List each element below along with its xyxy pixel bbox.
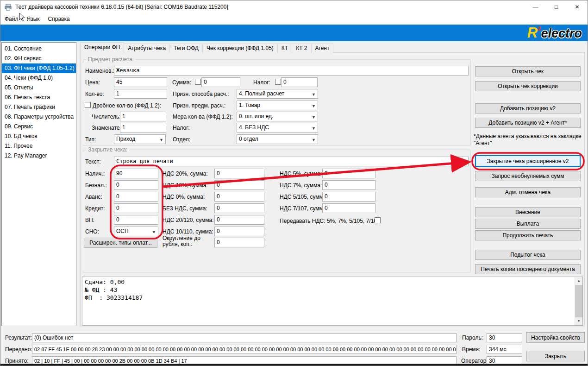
advance-field[interactable]: 0	[114, 192, 158, 202]
sno-value: ОСН	[116, 228, 129, 234]
sidebar-item-checks[interactable]: 04. Чеки (ФФД 1.0)	[2, 73, 76, 83]
scroll-up-icon[interactable]: ▲	[575, 277, 582, 285]
rounding-field[interactable]: 0	[214, 238, 264, 247]
sidebar-item-pay-manager[interactable]: 12. Pay Manager	[2, 151, 76, 161]
qty-field[interactable]: 1	[114, 89, 167, 99]
dept-label: Отдел:	[173, 136, 190, 143]
output-line-fd: № ФД : 43	[85, 286, 580, 294]
subtotal-button[interactable]: Подытог чека	[475, 250, 581, 260]
numerator-label: Числитель:	[92, 114, 121, 120]
type-select[interactable]: Приход▼	[114, 134, 166, 144]
request-sums-button[interactable]: Запрос необнуляемых сумм	[475, 171, 581, 181]
deposit-button[interactable]: Внесение	[475, 207, 581, 217]
measure-select[interactable]: 0. шт. или ед.▼	[237, 112, 318, 121]
type-value: Приход	[116, 136, 135, 142]
sidebar-item-fn-service[interactable]: 02. ФН сервис	[2, 54, 76, 63]
output-scrollbar[interactable]: ▲ ▼	[575, 277, 582, 325]
credit-field[interactable]: 0	[114, 203, 158, 213]
vat0-label: НДС 0%, сумма:	[163, 194, 205, 200]
pay-method-select[interactable]: 4. Полный расчет▼	[237, 89, 318, 99]
print-copy-button[interactable]: Печать копии последнего документа	[475, 264, 581, 274]
password-field[interactable]: 30	[487, 333, 522, 342]
item-sign-select[interactable]: 1. Товар▼	[237, 101, 318, 110]
sidebar-item-service[interactable]: 09. Сервис	[2, 122, 76, 132]
maximize-button[interactable]: □	[546, 0, 567, 13]
vat20-120-field[interactable]: 0	[214, 215, 264, 225]
continue-print-button[interactable]: Продолжить печать	[475, 230, 581, 240]
minimize-button[interactable]: —	[525, 0, 546, 13]
tab-kt[interactable]: КТ	[277, 44, 292, 53]
cash-field[interactable]: 90	[114, 169, 158, 178]
vat7-107-field[interactable]: 0	[322, 203, 375, 213]
tab-ofd-tags[interactable]: Теги ОФД	[169, 44, 203, 53]
tab-check-attributes[interactable]: Атрибуты чека	[124, 44, 170, 53]
tab-kt2[interactable]: КТ 2	[292, 44, 311, 53]
sidebar-item-print-text[interactable]: 06. Печать текста	[2, 93, 76, 102]
sno-select[interactable]: ОСН▼	[114, 227, 158, 236]
sidebar-item-status[interactable]: 01. Состояние	[2, 44, 76, 54]
vat20-field[interactable]: 0	[214, 169, 264, 178]
tab-fn-operations[interactable]: Операции ФН	[80, 42, 124, 53]
sidebar-item-reports[interactable]: 05. Отчеты	[2, 83, 76, 93]
sent-field[interactable]: 02 87 FF 45 1E 00 00 00 28 23 00 00 00 0…	[32, 345, 457, 354]
chevron-down-icon: ▼	[312, 91, 316, 98]
open-correction-button[interactable]: Открыть чек коррекции	[475, 81, 581, 91]
vat5-field[interactable]: 0	[322, 169, 375, 178]
menu-help[interactable]: Справка	[44, 13, 74, 25]
sidebar-item-fn-checks[interactable]: 03. ФН чеки (ФФД 1.05-1.2)	[2, 63, 76, 73]
denominator-field[interactable]: 1	[120, 123, 166, 133]
settings-button[interactable]: Настройка свойств	[526, 332, 585, 343]
cashless-label: Безнал.:	[85, 182, 107, 189]
sidebar-item-db-checks[interactable]: 10. БД чеков	[2, 132, 76, 141]
menu-language[interactable]: Язык	[23, 13, 44, 25]
tax-select[interactable]: 4. БЕЗ НДС▼	[237, 123, 318, 133]
sum-field[interactable]: 0	[201, 77, 240, 87]
output-log[interactable]: Сдача: 0,00 № ФД : 43 ФП : 3023314187 ▲ …	[82, 277, 583, 326]
close-icon: ✕	[575, 4, 579, 10]
close-check-extended-v2-button[interactable]: Закрытие чека расширенное v2	[475, 155, 581, 167]
vat10-field[interactable]: 0	[214, 180, 264, 190]
admin-cancel-button[interactable]: Адм. отмена чека	[475, 187, 581, 197]
vat5-105-field[interactable]: 0	[322, 192, 375, 202]
vat-none-field[interactable]: 0	[214, 203, 264, 213]
sidebar-item-other[interactable]: 11. Прочее	[2, 141, 76, 151]
price-field[interactable]: 45	[114, 77, 167, 87]
cashless-field[interactable]: 0	[114, 180, 158, 190]
time-field[interactable]: 344 мс	[487, 345, 522, 354]
vat10-110-field[interactable]: 0	[214, 227, 264, 236]
tab-agent[interactable]: Агент	[311, 44, 334, 53]
result-label: Результат:	[5, 334, 32, 341]
add-position-v2-button[interactable]: Добавить позицию v2	[475, 103, 581, 114]
add-position-v2-agent-button[interactable]: Добавить позицию v2 + Агент*	[475, 118, 581, 128]
vp-field[interactable]: 0	[114, 215, 158, 225]
vat5-105-label: НДС 5/105, сумма:	[280, 194, 328, 200]
tax-amount-field[interactable]: 0	[281, 77, 318, 87]
result-field[interactable]: (0) Ошибок нет	[32, 333, 457, 342]
tax-checkbox[interactable]	[275, 79, 281, 85]
sum-checkbox[interactable]	[195, 79, 201, 85]
dept-value: 0 отдел	[239, 136, 258, 142]
text-field[interactable]: Строка для печати	[114, 157, 469, 166]
numerator-field[interactable]: 1	[120, 112, 166, 121]
name-field[interactable]: Жевачка	[114, 66, 469, 76]
open-check-button[interactable]: Открыть чек	[475, 66, 581, 76]
scroll-down-icon[interactable]: ▼	[575, 317, 582, 325]
extended-payments-button[interactable]: Расширен. типы оплат...	[84, 238, 157, 248]
scroll-thumb[interactable]	[575, 285, 582, 317]
tab-correction-check[interactable]: Чек коррекции (ФФД 1.05)	[202, 44, 278, 53]
name-label: Наименов.:	[85, 68, 114, 74]
close-app-button[interactable]: Закрыть	[526, 351, 585, 361]
transfer-vat-checkbox[interactable]	[375, 217, 381, 223]
dept-select[interactable]: 0 отдел▼	[237, 134, 318, 144]
vat7-field[interactable]: 0	[322, 180, 375, 190]
sidebar-item-device-params[interactable]: 08. Параметры устройства	[2, 112, 76, 122]
vat10-label: НДС 10%, сумма:	[163, 182, 208, 189]
maximize-icon: □	[555, 4, 558, 10]
payout-button[interactable]: Выплата	[475, 219, 581, 229]
sidebar-item-print-graphics[interactable]: 07. Печать графики	[2, 102, 76, 112]
vat0-field[interactable]: 0	[214, 192, 264, 202]
close-button[interactable]: ✕	[567, 0, 588, 13]
tab-strip: Операции ФН Атрибуты чека Теги ОФД Чек к…	[80, 42, 333, 53]
fractional-qty-checkbox[interactable]	[85, 102, 91, 108]
received-label: Принято:	[5, 358, 29, 364]
